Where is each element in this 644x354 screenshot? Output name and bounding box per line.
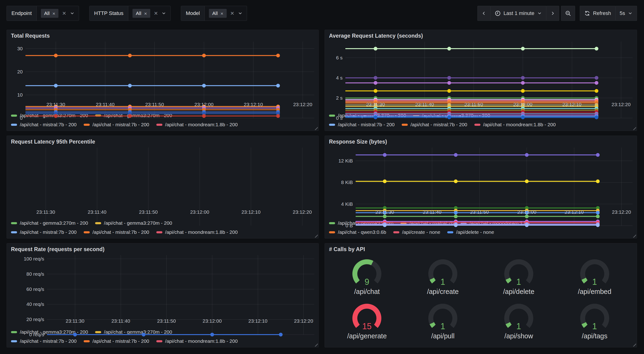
plot-area[interactable]	[26, 42, 314, 100]
chevron-down-icon[interactable]	[70, 11, 74, 16]
x-tick-label: 23:11:50	[157, 318, 176, 324]
y-tick-label: 6 s	[336, 55, 342, 61]
y-tick-label: 8 KiB	[341, 180, 353, 185]
chevron-right-icon	[550, 11, 555, 16]
chip-remove-icon[interactable]: ×	[144, 11, 147, 16]
legend-item[interactable]: /api/chat - moondream:1.8b - 200	[156, 122, 238, 127]
y-tick-label: 0 B	[345, 223, 353, 228]
filter-chip-text: All	[136, 11, 141, 16]
plot-area[interactable]	[356, 148, 632, 207]
filter-model-picker[interactable]: All × ×	[205, 6, 247, 21]
time-shift-forward-button[interactable]	[546, 6, 559, 21]
panel-title: Average Request Latency (seconds)	[329, 33, 632, 42]
x-tick-label: 23:11:50	[145, 102, 164, 107]
y-axis-labels: 0 s2 s4 s6 s	[329, 42, 345, 100]
legend-item[interactable]: /api/chat - mistral:7b - 200	[84, 229, 149, 235]
legend-item[interactable]: /api/chat - moondream:1.8b - 200	[156, 338, 238, 344]
legend-item[interactable]: /api/chat - mistral:7b - 200	[11, 338, 77, 344]
x-tick-label: 23:11:30	[36, 209, 55, 215]
y-axis-labels	[11, 148, 14, 207]
refresh-button[interactable]: Refresh	[580, 6, 616, 21]
legend-series-chip	[11, 340, 17, 342]
filter-chip[interactable]: All ×	[209, 9, 227, 18]
x-tick-label: 23:12:00	[202, 318, 222, 324]
x-tick-label: 23:11:30	[46, 102, 65, 107]
legend-series-label: /api/chat - moondream:1.8b - 200	[165, 122, 238, 127]
filter-chip[interactable]: All ×	[41, 9, 59, 18]
time-range-label: Last 1 minute	[504, 10, 534, 16]
template-variable-filters: Endpoint All × × HTTP Status All × ×	[6, 6, 247, 21]
chip-remove-icon[interactable]: ×	[52, 11, 55, 16]
x-tick-label: 23:12:00	[194, 102, 214, 107]
legend-item[interactable]: /api/delete - none	[447, 229, 494, 235]
legend-item[interactable]: /api/chat - mistral:7b - 200	[84, 338, 149, 344]
legend-item[interactable]: /api/chat - mistral:7b - 200	[11, 229, 77, 235]
gauge-api-embed: 1 /api/embed	[578, 259, 612, 295]
x-tick-label: 23:11:50	[139, 209, 158, 215]
filter-model: Model All × ×	[181, 6, 247, 21]
legend-series-chip	[329, 124, 335, 126]
legend-series-chip	[11, 331, 17, 333]
legend-series-label: /api/chat - mistral:7b - 200	[20, 122, 77, 127]
clear-filter-icon[interactable]: ×	[62, 10, 66, 17]
y-tick-label: 30	[17, 46, 23, 52]
plot-area[interactable]	[345, 42, 632, 100]
gauge-value: 1	[428, 277, 457, 287]
legend-item[interactable]: /api/chat - moondream:1.8b - 200	[474, 122, 556, 127]
time-shift-back-button[interactable]	[478, 6, 490, 21]
gauge-value: 1	[504, 277, 533, 287]
legend-series-chip	[393, 231, 399, 233]
legend-series-label: /api/chat - moondream:1.8b - 200	[483, 122, 556, 127]
legend-item[interactable]: /api/chat - mistral:7b - 200	[11, 122, 77, 127]
x-tick-label: 23:12:20	[293, 102, 312, 107]
filter-model-label: Model	[181, 6, 205, 21]
x-tick-label: 23:12:10	[244, 102, 263, 107]
legend-series-label: /api/chat - mistral:7b - 200	[20, 229, 77, 235]
refresh-interval-picker[interactable]: 5s	[615, 6, 637, 21]
x-tick-label: 23:12:00	[517, 209, 536, 215]
legend-item[interactable]: /api/chat - mistral:7b - 200	[84, 122, 149, 127]
clear-filter-icon[interactable]: ×	[230, 10, 234, 17]
x-tick-label: 23:11:50	[464, 102, 483, 107]
filter-http-status-picker[interactable]: All × ×	[128, 6, 170, 21]
plot-area[interactable]	[47, 255, 314, 316]
filter-endpoint: Endpoint All × ×	[6, 6, 79, 21]
legend-item[interactable]: /api/chat - mistral:7b - 200	[329, 122, 395, 127]
time-range-picker[interactable]: Last 1 minute	[490, 6, 546, 21]
legend-item[interactable]: /api/chat - mistral:7b - 200	[402, 122, 467, 127]
chevron-down-icon[interactable]	[238, 11, 242, 16]
panel-title: Request Latency 95th Percentile	[11, 139, 314, 148]
legend-series-chip	[84, 124, 90, 126]
x-tick-label: 23:11:50	[470, 209, 489, 215]
legend-item[interactable]: /api/chat - moondream:1.8b - 200	[156, 229, 238, 235]
x-axis-labels: 23:11:3023:11:4023:11:5023:12:0023:12:10…	[26, 100, 314, 108]
legend-series-label: /api/chat - mistral:7b - 200	[338, 122, 395, 127]
legend-series-chip	[156, 340, 162, 342]
legend-series-label: /api/chat - mistral:7b - 200	[20, 338, 77, 344]
legend-item[interactable]: /api/chat - qwen3:0.6b	[329, 229, 386, 235]
plot-area[interactable]	[14, 148, 314, 207]
gauge-value: 1	[504, 321, 533, 331]
refresh-interval-label: 5s	[620, 10, 625, 16]
filter-endpoint-picker[interactable]: All × ×	[37, 6, 79, 21]
filter-endpoint-label: Endpoint	[7, 6, 37, 21]
filter-chip[interactable]: All ×	[132, 9, 150, 18]
legend-item[interactable]: /api/create - none	[393, 229, 440, 235]
y-axis-labels: 0 B4 KiB8 KiB12 KiB	[329, 148, 356, 207]
legend-series-chip	[447, 231, 453, 233]
x-tick-label: 23:12:00	[514, 102, 532, 107]
zoom-out-time-button[interactable]	[561, 6, 575, 21]
x-tick-label: 23:12:10	[242, 209, 260, 215]
gauge-label: /api/delete	[503, 288, 534, 295]
x-tick-label: 23:12:00	[190, 209, 209, 215]
legend-series-label: /api/chat - moondream:1.8b - 200	[165, 229, 238, 235]
legend-series-chip	[329, 115, 335, 117]
chip-remove-icon[interactable]: ×	[220, 11, 224, 16]
legend-series-chip	[402, 124, 408, 126]
refresh-label: Refresh	[593, 10, 611, 16]
y-tick-label: 100 req/s	[24, 256, 44, 262]
x-tick-label: 23:11:40	[96, 102, 114, 107]
x-tick-label: 23:12:20	[612, 209, 631, 215]
clear-filter-icon[interactable]: ×	[154, 10, 158, 17]
chevron-down-icon[interactable]	[162, 11, 166, 16]
